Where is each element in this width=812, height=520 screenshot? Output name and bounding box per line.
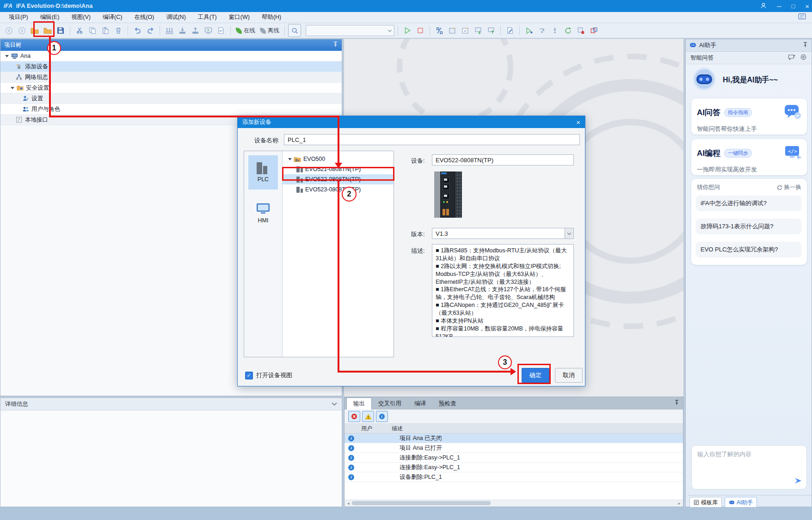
chevron-down-icon[interactable] xyxy=(565,228,573,239)
tab-precheck[interactable]: 预检查 xyxy=(432,398,463,410)
tab-compile[interactable]: 编译 xyxy=(408,398,432,410)
tab-cross-reference[interactable]: 交叉引用 xyxy=(372,398,408,410)
build-icon[interactable] xyxy=(446,24,458,37)
warning-filter-button[interactable] xyxy=(362,411,374,422)
expand-arrow-icon[interactable] xyxy=(288,158,292,160)
output-row[interactable]: i 设备删除:PLC_1 xyxy=(344,472,683,482)
tree-node-network[interactable]: 网络组态 xyxy=(0,72,342,83)
device-selector-box: PLC HMI EVO500 EVO521-0808TN(TP) xyxy=(244,151,394,357)
menu-tools[interactable]: 工具(T) xyxy=(192,13,223,21)
edit-document-icon[interactable] xyxy=(504,24,516,37)
pin-icon[interactable] xyxy=(674,400,679,407)
reset-icon[interactable] xyxy=(562,24,574,37)
expand-arrow-icon[interactable] xyxy=(5,55,9,57)
cancel-button[interactable]: 取消 xyxy=(555,368,583,383)
tab-template-library[interactable]: 模板库 xyxy=(689,497,722,508)
debug-run-icon[interactable] xyxy=(523,24,535,37)
compile-icon[interactable] xyxy=(433,24,445,37)
save-icon[interactable] xyxy=(55,24,67,37)
scroll-left-icon[interactable]: ◄ xyxy=(346,502,350,506)
rebuild-icon[interactable] xyxy=(459,24,471,37)
ai-input-box[interactable]: 输入你想了解的内容 xyxy=(691,445,807,489)
forward-icon[interactable] xyxy=(16,24,28,37)
output-row[interactable]: i 连接删除:Easy->PLC_1 xyxy=(344,453,683,463)
device-name-input[interactable]: PLC_1 xyxy=(284,134,580,145)
question-item[interactable]: EVO PLC怎么实现冗余架构? xyxy=(696,242,801,257)
user-account-icon[interactable] xyxy=(760,2,767,10)
output-row[interactable]: i 连接删除:Easy->PLC_1 xyxy=(344,463,683,472)
send-icon[interactable] xyxy=(794,477,802,485)
menu-online[interactable]: 在线(O) xyxy=(128,13,160,21)
rt-document-icon[interactable]: RT xyxy=(215,24,227,37)
tree-node-add-device[interactable]: 添加设备 xyxy=(0,61,342,72)
menu-bar: 项目(P) 编辑(E) 视图(V) 编译(C) 在线(O) 调试(N) 工具(T… xyxy=(0,12,812,23)
horizontal-scrollbar[interactable]: ◄ ► xyxy=(344,500,683,507)
question-item[interactable]: 故障码173-1表示什么问题? xyxy=(696,219,801,234)
scroll-right-icon[interactable]: ► xyxy=(677,502,681,506)
menu-compile[interactable]: 编译(C) xyxy=(97,13,128,21)
menu-window[interactable]: 窗口(W) xyxy=(223,13,256,21)
open-device-view-option[interactable]: ✓ 打开设备视图 xyxy=(245,371,292,379)
scrollbar-thumb[interactable] xyxy=(352,501,491,505)
upload-from-device-icon[interactable] xyxy=(189,24,201,37)
download-to-device-icon[interactable] xyxy=(176,24,188,37)
step-into-icon[interactable] xyxy=(549,24,561,37)
hardware-config-icon[interactable] xyxy=(163,24,175,37)
menu-edit[interactable]: 编辑(E) xyxy=(34,13,66,21)
add-device-dialog: 添加新设备 × 设备名称 PLC_1 PLC HMI EV xyxy=(237,116,585,386)
tree-node-settings[interactable]: 设置 xyxy=(0,93,342,104)
annotation-line xyxy=(49,116,339,117)
output-row[interactable]: i 项目 Ana 已关闭 xyxy=(344,434,683,443)
tab-ai-assistant[interactable]: AI助手 xyxy=(725,497,757,508)
checkbox-checked-icon[interactable]: ✓ xyxy=(245,372,253,379)
dialog-close-icon[interactable]: × xyxy=(576,118,580,126)
new-chat-icon[interactable] xyxy=(788,54,795,62)
output-row[interactable]: i 项目 Ana 已打开 xyxy=(344,443,683,453)
breakpoint-icon[interactable] xyxy=(575,24,587,37)
copy-icon[interactable] xyxy=(86,24,98,37)
info-filter-button[interactable]: i xyxy=(376,411,388,422)
close-button[interactable]: × xyxy=(805,2,809,10)
ai-qa-card[interactable]: AI问答 指令指南 智能问答帮你快速上手 xyxy=(691,98,807,135)
expand-arrow-icon[interactable] xyxy=(11,87,14,89)
redo-icon[interactable] xyxy=(144,24,156,37)
delete-icon[interactable] xyxy=(112,24,124,37)
download-program-icon[interactable] xyxy=(472,24,484,37)
offline-button[interactable]: 离线 xyxy=(258,27,281,35)
feedback-icon[interactable] xyxy=(798,13,807,21)
upload-program-icon[interactable] xyxy=(485,24,497,37)
search-icon[interactable] xyxy=(288,24,301,37)
menu-debug[interactable]: 调试(N) xyxy=(160,13,191,21)
category-hmi[interactable]: HMI xyxy=(248,196,278,230)
run-icon[interactable] xyxy=(401,24,413,37)
version-dropdown[interactable]: V1.3 xyxy=(432,228,574,239)
pin-icon[interactable] xyxy=(333,42,338,49)
pin-icon[interactable] xyxy=(803,42,808,49)
minimize-button[interactable]: ─ xyxy=(777,3,781,10)
error-filter-button[interactable] xyxy=(348,411,360,422)
tree-node-users-roles[interactable]: 用户与角色 xyxy=(0,104,342,115)
menu-help[interactable]: 帮助(H) xyxy=(256,13,287,21)
online-button[interactable]: 在线 xyxy=(234,27,257,35)
force-values-icon[interactable] xyxy=(588,24,600,37)
collapse-chevron-icon[interactable] xyxy=(332,401,337,407)
stop-icon[interactable] xyxy=(414,24,426,37)
menu-view[interactable]: 视图(V) xyxy=(65,13,97,21)
paste-icon[interactable] xyxy=(99,24,111,37)
back-icon[interactable] xyxy=(3,24,15,37)
question-item[interactable]: iFA中怎么进行轴的调试? xyxy=(696,196,801,211)
ai-coding-card[interactable]: AI编程 一键同步 </> 一拖即用实现高效开发 xyxy=(691,139,807,175)
device-combobox[interactable] xyxy=(306,25,394,36)
tab-output[interactable]: 输出 xyxy=(346,398,372,410)
step-over-icon[interactable] xyxy=(536,24,548,37)
category-plc[interactable]: PLC xyxy=(248,155,278,190)
undo-icon[interactable] xyxy=(131,24,143,37)
maximize-button[interactable]: □ xyxy=(791,3,795,10)
tree-node-security[interactable]: 安全设置 xyxy=(0,83,342,93)
simulation-icon[interactable] xyxy=(202,24,214,37)
refresh-questions-button[interactable]: 换一换 xyxy=(777,184,802,191)
cut-icon[interactable] xyxy=(74,24,86,37)
hmi-icon xyxy=(256,203,270,215)
menu-project[interactable]: 项目(P) xyxy=(3,13,34,21)
settings-icon[interactable] xyxy=(800,54,807,62)
